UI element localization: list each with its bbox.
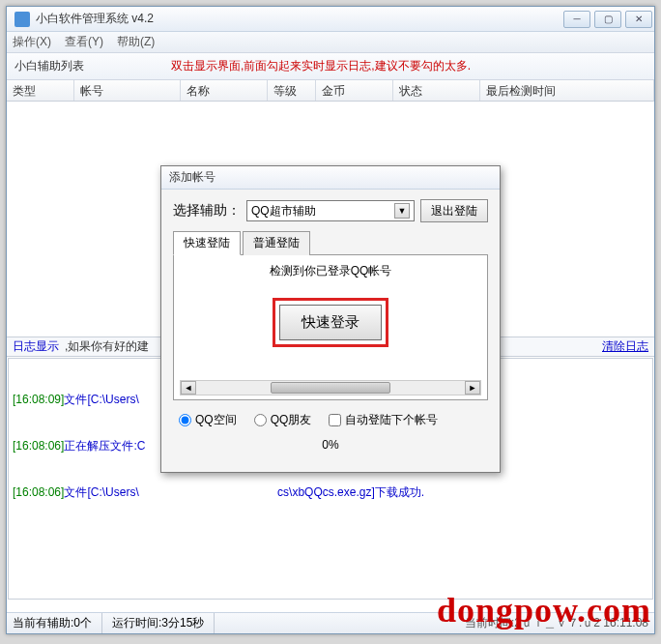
progress-percent: 0% [173,438,488,452]
radio-qqfriend-input[interactable] [254,414,267,426]
log-line: [16:08:06]文件[C:\Users\ cs\xbQQcs.exe.gz]… [13,484,648,500]
scroll-right-icon[interactable]: ► [465,381,480,395]
titlebar: 小白软件管理系统 v4.2 ─ ▢ ✕ [7,7,654,32]
window-controls: ─ ▢ ✕ [561,11,654,28]
combobox-value: QQ超市辅助 [251,203,316,220]
menu-operate[interactable]: 操作(X) [13,34,51,50]
toolbar-label: 小白辅助列表 [14,58,84,74]
status-helpers: 当前有辅助:0个 [13,613,102,633]
toolbar: 小白辅助列表 双击显示界面,前面勾起来实时显示日志,建议不要勾的太多. [7,53,654,80]
status-time: 当前时间:2ｕｉ＿ｖ７.ｕ2 16:11:08 [465,615,648,631]
detect-text: 检测到你已登录QQ帐号 [180,263,481,279]
table-header: 类型 帐号 名称 等级 金币 状态 最后检测时间 [7,80,654,102]
toolbar-tip: 双击显示界面,前面勾起来实时显示日志,建议不要勾的太多. [171,58,471,74]
menubar: 操作(X) 查看(Y) 帮助(Z) [7,32,654,53]
maximize-button[interactable]: ▢ [594,11,621,28]
col-lastcheck[interactable]: 最后检测时间 [480,80,654,101]
col-status[interactable]: 状态 [393,80,480,101]
window-title: 小白软件管理系统 v4.2 [36,11,561,27]
check-autologin-input[interactable] [329,414,341,426]
login-tabs: 快速登陆 普通登陆 [173,230,488,255]
add-account-dialog: 添加帐号 选择辅助： QQ超市辅助 ▼ 退出登陆 快速登陆 普通登陆 检测到你已… [160,165,501,473]
col-level[interactable]: 等级 [268,80,316,101]
select-helper-label: 选择辅助： [173,202,241,220]
radio-qqfriend[interactable]: QQ朋友 [254,412,312,428]
menu-help[interactable]: 帮助(Z) [117,34,155,50]
check-autologin[interactable]: 自动登陆下个帐号 [329,412,438,428]
radio-qqzone-input[interactable] [179,414,191,426]
tab-normal-login[interactable]: 普通登陆 [243,231,310,255]
radio-qqzone[interactable]: QQ空间 [179,412,237,428]
minimize-button[interactable]: ─ [563,11,590,28]
statusbar: 当前有辅助:0个 运行时间:3分15秒 当前时间:2ｕｉ＿ｖ７.ｕ2 16:11… [7,612,654,633]
col-name[interactable]: 名称 [181,80,268,101]
options-row: QQ空间 QQ朋友 自动登陆下个帐号 [173,412,488,428]
chevron-down-icon[interactable]: ▼ [394,203,410,219]
dialog-body: 选择辅助： QQ超市辅助 ▼ 退出登陆 快速登陆 普通登陆 检测到你已登录QQ帐… [161,190,500,457]
select-row: 选择辅助： QQ超市辅助 ▼ 退出登陆 [173,199,488,222]
clear-log-link[interactable]: 清除日志 [602,338,648,355]
tab-quick-login[interactable]: 快速登陆 [173,231,241,255]
scroll-left-icon[interactable]: ◄ [181,381,196,395]
app-icon [14,12,30,27]
status-runtime: 运行时间:3分15秒 [112,613,215,633]
col-type[interactable]: 类型 [7,80,74,101]
horizontal-scrollbar[interactable]: ◄ ► [180,380,481,395]
menu-view[interactable]: 查看(Y) [65,34,103,50]
tab-panel-quick: 检测到你已登录QQ帐号 快速登录 ◄ ► [173,255,488,400]
col-coin[interactable]: 金币 [316,80,393,101]
close-button[interactable]: ✕ [625,11,652,28]
helper-combobox[interactable]: QQ超市辅助 ▼ [246,200,415,221]
log-tip: ,如果你有好的建 [65,338,149,355]
quick-login-button[interactable]: 快速登录 [279,305,382,340]
exit-login-button[interactable]: 退出登陆 [420,199,488,222]
dialog-title: 添加帐号 [161,166,500,190]
log-label: 日志显示 [13,338,59,355]
scroll-thumb[interactable] [271,382,390,394]
col-account[interactable]: 帐号 [74,80,181,101]
